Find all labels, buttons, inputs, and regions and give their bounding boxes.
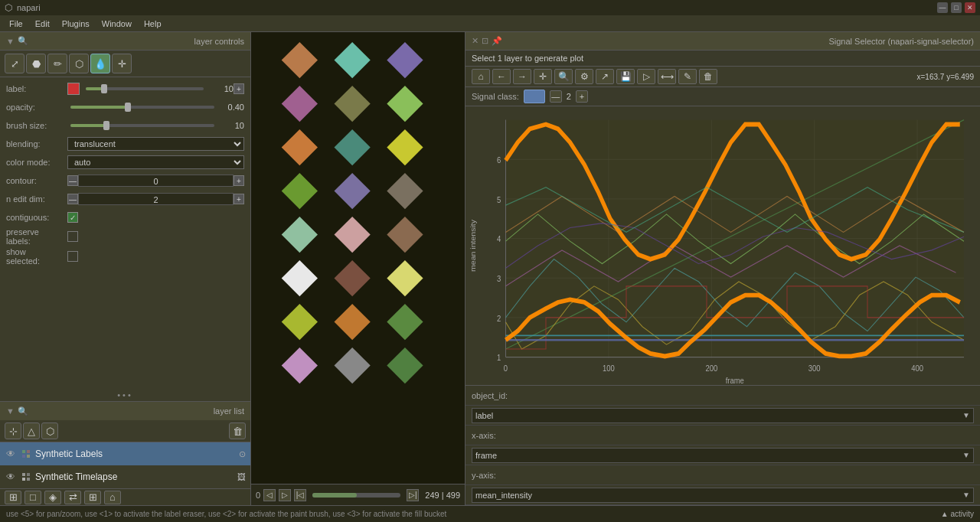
label-slider-track[interactable] [86, 87, 204, 90]
frame-first-btn[interactable]: |◁ [294, 489, 306, 501]
signal-select-btn[interactable]: ▷ [637, 69, 655, 84]
signal-class-value: 2 [567, 92, 571, 101]
y-axis-select[interactable]: mean_intensity ▼ [472, 488, 974, 503]
brush-size-slider-track[interactable] [70, 124, 214, 127]
svg-rect-4 [22, 473, 25, 476]
eyedropper-tool-btn[interactable]: 💧 [90, 54, 110, 73]
fill-tool-btn[interactable]: ⬣ [26, 54, 46, 73]
opacity-slider-track[interactable] [70, 106, 214, 109]
signal-configure-btn[interactable]: ⚙ [575, 69, 593, 84]
object-id-arrow: ▼ [962, 411, 970, 419]
object-id-select[interactable]: label ▼ [472, 408, 974, 423]
minimize-btn[interactable]: — [937, 2, 948, 13]
menubar: File Edit Plugins Window Help [0, 15, 980, 32]
contiguous-checkbox[interactable]: ✓ [67, 212, 78, 223]
2d-view-btn[interactable]: □ [24, 491, 41, 504]
menu-file[interactable]: File [3, 18, 29, 30]
home-view-btn[interactable]: ⌂ [104, 491, 121, 504]
play-prev-btn[interactable]: ◁ [263, 489, 276, 501]
signal-zoom-btn[interactable]: 🔍 [554, 69, 573, 84]
diamond-1-6 [334, 304, 370, 340]
transform-tool-btn[interactable]: ⤢ [5, 54, 24, 73]
signal-trend-btn[interactable]: ↗ [596, 69, 614, 84]
grid-btn[interactable]: ⊞ [84, 491, 101, 504]
label-increment-btn[interactable]: + [234, 83, 244, 94]
layer-list-search[interactable]: 🔍 [18, 406, 28, 416]
preserve-labels-checkbox[interactable] [67, 231, 78, 242]
menu-plugins[interactable]: Plugins [56, 18, 96, 30]
y-axis-select-row: mean_intensity ▼ [466, 485, 980, 505]
activity-btn[interactable]: ▲ activity [941, 510, 974, 518]
signal-detach-icon[interactable]: ⊡ [482, 36, 488, 46]
new-shapes-btn[interactable]: △ [23, 422, 40, 439]
contour-decrement-btn[interactable]: — [67, 175, 78, 186]
svg-text:400: 400 [911, 364, 923, 374]
titlebar: ⬡ napari — □ ✕ [0, 0, 980, 15]
move-tool-btn[interactable]: ✛ [112, 54, 132, 73]
menu-window[interactable]: Window [96, 18, 138, 30]
diamond-2-7 [387, 347, 423, 383]
signal-save-btn[interactable]: 💾 [616, 69, 635, 84]
chart-area[interactable]: 1 2 3 4 5 6 0 100 200 300 400 mean inten… [466, 106, 980, 385]
x-axis-select[interactable]: frame ▼ [472, 448, 974, 463]
n-edit-dim-decrement-btn[interactable]: — [67, 194, 78, 204]
3d-view-btn[interactable]: ◈ [44, 491, 61, 504]
svg-text:frame: frame [726, 376, 745, 385]
signal-pin-icon[interactable]: 📌 [492, 36, 502, 46]
signal-chart-svg: 1 2 3 4 5 6 0 100 200 300 400 mean inten… [466, 106, 980, 385]
layer-link-icon-labels[interactable]: ⊙ [239, 449, 246, 459]
signal-delete-btn[interactable]: 🗑 [699, 69, 717, 84]
play-btn[interactable]: ▷ [279, 489, 291, 501]
close-btn[interactable]: ✕ [965, 2, 975, 13]
signal-close-icon[interactable]: ✕ [472, 36, 479, 46]
new-labels-btn[interactable]: ⬡ [41, 422, 58, 439]
layer-visibility-synthetic-labels[interactable]: 👁 [5, 448, 17, 460]
layer-item-synthetic-timelapse[interactable]: 👁 Synthetic Timelapse 🖼 [0, 465, 250, 488]
expand-dots[interactable]: ••• [117, 390, 133, 400]
signal-selector-title: Signal Selector (napari-signal-selector) [828, 37, 974, 46]
signal-class-increment[interactable]: + [576, 90, 588, 103]
paint-tool-btn[interactable]: ⬡ [69, 54, 89, 73]
color-mode-control-row: color mode: auto direct cycle [6, 154, 244, 171]
signal-class-decrement[interactable]: — [550, 90, 562, 103]
y-axis-value: mean_intensity [475, 491, 532, 500]
layer-list-collapse[interactable]: ▼ [6, 406, 15, 416]
color-mode-select[interactable]: auto direct cycle [67, 155, 244, 169]
signal-forward-btn[interactable]: → [513, 69, 531, 84]
brush-size-control-row: brush size: 10 [6, 117, 244, 134]
maximize-btn[interactable]: □ [951, 2, 962, 13]
new-points-btn[interactable]: ⊹ [5, 422, 21, 439]
n-edit-dim-increment-btn[interactable]: + [234, 194, 244, 204]
frame-last-btn[interactable]: ▷| [407, 489, 419, 501]
frame-slider[interactable] [312, 493, 400, 498]
layer-controls-collapse[interactable]: ▼ [6, 37, 15, 46]
signal-class-indicator[interactable] [524, 90, 545, 103]
signal-pan-btn[interactable]: ✛ [534, 69, 552, 84]
transpose-btn[interactable]: ⇄ [64, 491, 81, 504]
menu-edit[interactable]: Edit [29, 18, 56, 30]
object-id-value: label [475, 411, 493, 420]
signal-span-btn[interactable]: ⟷ [658, 69, 676, 84]
picker-tool-btn[interactable]: ✏ [47, 54, 67, 73]
label-color-swatch[interactable] [67, 83, 80, 95]
controls-body: label: 10 + opacity: 0.40 b [0, 77, 250, 389]
layer-item-synthetic-labels[interactable]: 👁 Synthetic Labels ⊙ [0, 442, 250, 465]
layer-link-icon-image[interactable]: 🖼 [237, 472, 246, 481]
signal-selector-header: ✕ ⊡ 📌 Signal Selector (napari-signal-sel… [466, 32, 980, 51]
show-selected-checkbox[interactable] [67, 251, 78, 262]
menu-help[interactable]: Help [138, 18, 168, 30]
delete-layer-btn[interactable]: 🗑 [229, 422, 246, 439]
layer-list-header: ▼ 🔍 layer list [0, 402, 250, 420]
signal-back-btn[interactable]: ← [492, 69, 511, 84]
signal-annotate-btn[interactable]: ✎ [678, 69, 697, 84]
contour-increment-btn[interactable]: + [234, 175, 244, 186]
left-panel: ▼ 🔍 layer controls ⤢ ⬣ ✏ ⬡ 💧 ✛ label: [0, 32, 251, 505]
diamond-1-2 [334, 129, 370, 165]
layer-visibility-synthetic-timelapse[interactable]: 👁 [5, 471, 17, 483]
blending-select[interactable]: translucent additive opaque [67, 137, 244, 151]
signal-home-btn[interactable]: ⌂ [472, 69, 490, 84]
diamond-2-5 [387, 260, 423, 296]
ndisplay-btn[interactable]: ⊞ [5, 491, 21, 504]
label-value: 10 [207, 84, 234, 93]
search-icon[interactable]: 🔍 [18, 36, 28, 46]
